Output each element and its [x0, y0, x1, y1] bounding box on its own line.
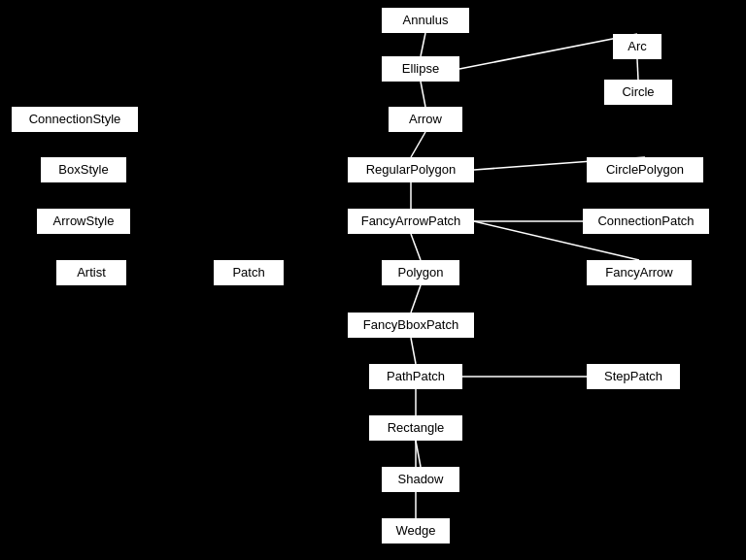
node-fancybboxpatch: FancyBboxPatch: [348, 313, 474, 338]
svg-line-5: [411, 285, 421, 313]
node-polygon: Polygon: [382, 260, 459, 285]
svg-line-11: [637, 59, 638, 80]
svg-line-2: [411, 132, 425, 157]
svg-line-4: [411, 234, 421, 260]
node-shadow: Shadow: [382, 467, 459, 492]
node-patch: Patch: [214, 260, 284, 285]
node-ellipse: Ellipse: [382, 56, 459, 82]
svg-line-10: [459, 34, 637, 69]
svg-line-0: [421, 33, 425, 56]
node-arrow: Arrow: [389, 107, 462, 132]
node-arc: Arc: [613, 34, 661, 59]
node-circlepolygon: CirclePolygon: [587, 157, 703, 182]
node-fancyarrowpatch: FancyArrowPatch: [348, 209, 474, 234]
node-steppatch: StepPatch: [587, 364, 680, 389]
svg-line-8: [416, 441, 421, 467]
node-connectionpatch: ConnectionPatch: [583, 209, 709, 234]
node-fancyarrow: FancyArrow: [587, 260, 692, 285]
node-regularpolygon: RegularPolygon: [348, 157, 474, 182]
node-annulus: Annulus: [382, 8, 469, 33]
svg-line-1: [421, 82, 425, 107]
node-boxstyle: BoxStyle: [41, 157, 126, 182]
node-artist: Artist: [56, 260, 126, 285]
node-rectangle: Rectangle: [369, 415, 462, 441]
svg-line-6: [411, 338, 416, 364]
node-circle: Circle: [604, 80, 672, 105]
node-connectionstyle: ConnectionStyle: [12, 107, 138, 132]
node-arrowstyle: ArrowStyle: [37, 209, 130, 234]
node-pathpatch: PathPatch: [369, 364, 462, 389]
node-wedge: Wedge: [382, 518, 450, 544]
